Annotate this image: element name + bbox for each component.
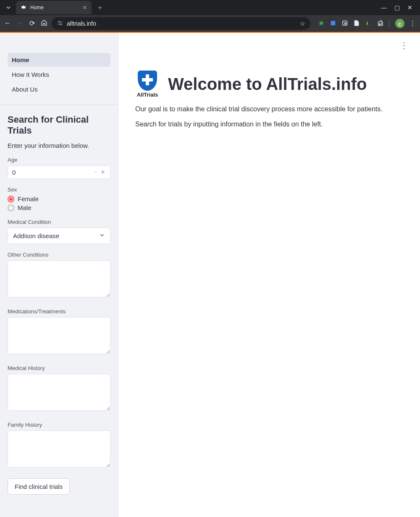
- button-label: Find clinical trials: [15, 483, 63, 490]
- address-bar[interactable]: alltrials.info ☆: [52, 17, 310, 30]
- page-container: Home How It Works About Us Search for Cl…: [0, 33, 420, 517]
- main-content: ⋮ AllTrials Welcome to AllTrials.info Ou…: [118, 33, 420, 517]
- tab-title: Home: [30, 5, 79, 10]
- radio-label: Female: [18, 195, 39, 202]
- extension-icon[interactable]: [330, 20, 336, 28]
- shield-plus-icon: [138, 71, 157, 91]
- select-value: Addison disease: [13, 232, 59, 239]
- svg-point-0: [58, 21, 60, 23]
- window-controls: — ▢ ✕: [381, 4, 417, 11]
- family-history-textarea[interactable]: [8, 430, 110, 467]
- nav-label: How It Works: [12, 71, 49, 78]
- browser-menu-icon[interactable]: ⋮: [410, 20, 416, 27]
- extension-icon[interactable]: [341, 20, 348, 28]
- minimize-icon[interactable]: —: [381, 4, 387, 11]
- logo: AllTrials: [135, 71, 160, 98]
- reload-icon[interactable]: ⟳: [29, 19, 35, 28]
- medical-condition-label: Medical Condition: [8, 219, 110, 225]
- extension-icon[interactable]: [318, 20, 325, 28]
- browser-chrome: Home ✕ ＋ — ▢ ✕ ← → ⟳ alltrials.info ☆: [0, 0, 420, 33]
- browser-tab[interactable]: Home ✕: [16, 1, 92, 14]
- maximize-icon[interactable]: ▢: [394, 4, 400, 11]
- nav-label: About Us: [12, 86, 38, 93]
- radio-icon: [8, 205, 14, 211]
- sex-label: Sex: [8, 186, 110, 193]
- extensions-menu-icon[interactable]: [377, 20, 383, 28]
- sex-radio-group: Female Male: [8, 195, 110, 211]
- logo-caption: AllTrials: [137, 92, 158, 98]
- svg-marker-4: [318, 20, 324, 26]
- bookmark-icon[interactable]: ☆: [300, 20, 305, 27]
- extension-icon[interactable]: [353, 20, 360, 28]
- other-conditions-textarea[interactable]: [8, 260, 110, 297]
- forward-icon[interactable]: →: [17, 19, 24, 28]
- medical-history-label: Medical History: [8, 365, 110, 371]
- family-history-label: Family History: [8, 422, 110, 428]
- sidebar-item-about-us[interactable]: About Us: [8, 82, 110, 96]
- nav-label: Home: [12, 56, 29, 63]
- intro-paragraph-1: Our goal is to make the clinical trial d…: [135, 105, 403, 113]
- age-minus-icon[interactable]: −: [92, 168, 99, 176]
- extension-icon[interactable]: [365, 20, 372, 28]
- browser-toolbar: ← → ⟳ alltrials.info ☆: [0, 15, 420, 32]
- radio-label: Male: [18, 204, 32, 211]
- age-plus-icon[interactable]: +: [99, 168, 106, 176]
- sidebar-item-home[interactable]: Home: [8, 53, 110, 67]
- age-input-wrapper: − +: [8, 165, 110, 179]
- medical-condition-select[interactable]: Addison disease: [8, 228, 110, 244]
- age-input[interactable]: [12, 169, 92, 176]
- radio-icon: [8, 196, 14, 202]
- home-icon[interactable]: [41, 19, 47, 28]
- url-text: alltrials.info: [67, 20, 96, 27]
- app-menu-icon[interactable]: ⋮: [400, 40, 408, 50]
- favicon-icon: [20, 4, 27, 11]
- other-conditions-label: Other Conditions: [8, 252, 110, 258]
- hero: AllTrials Welcome to AllTrials.info: [135, 71, 403, 98]
- age-label: Age: [8, 157, 110, 163]
- find-trials-button[interactable]: Find clinical trials: [8, 478, 70, 495]
- chevron-down-icon: [99, 232, 105, 239]
- profile-avatar[interactable]: c: [395, 19, 404, 28]
- new-tab-button[interactable]: ＋: [94, 2, 106, 13]
- sidebar-item-how-it-works[interactable]: How It Works: [8, 68, 110, 81]
- radio-female[interactable]: Female: [8, 195, 110, 202]
- tab-strip: Home ✕ ＋ — ▢ ✕: [0, 0, 420, 15]
- sidebar: Home How It Works About Us Search for Cl…: [0, 33, 118, 517]
- tabs-dropdown-button[interactable]: [3, 3, 13, 13]
- search-heading: Search for Clinical Trials: [8, 114, 110, 136]
- intro-paragraph-2: Search for trials by inputting informati…: [135, 121, 403, 128]
- medications-label: Medications/Treatments: [8, 308, 110, 315]
- close-tab-icon[interactable]: ✕: [82, 4, 87, 11]
- medications-textarea[interactable]: [8, 317, 110, 354]
- medical-history-textarea[interactable]: [8, 374, 110, 411]
- nav-group: Home How It Works About Us: [8, 53, 110, 96]
- close-window-icon[interactable]: ✕: [407, 4, 412, 11]
- divider: [0, 105, 118, 105]
- search-sub: Enter your information below.: [8, 142, 110, 149]
- back-icon[interactable]: ←: [4, 19, 11, 28]
- radio-male[interactable]: Male: [8, 204, 110, 211]
- site-settings-icon[interactable]: [57, 20, 63, 28]
- page-title: Welcome to AllTrials.info: [168, 75, 367, 94]
- svg-point-1: [60, 24, 62, 25]
- svg-rect-5: [331, 21, 336, 25]
